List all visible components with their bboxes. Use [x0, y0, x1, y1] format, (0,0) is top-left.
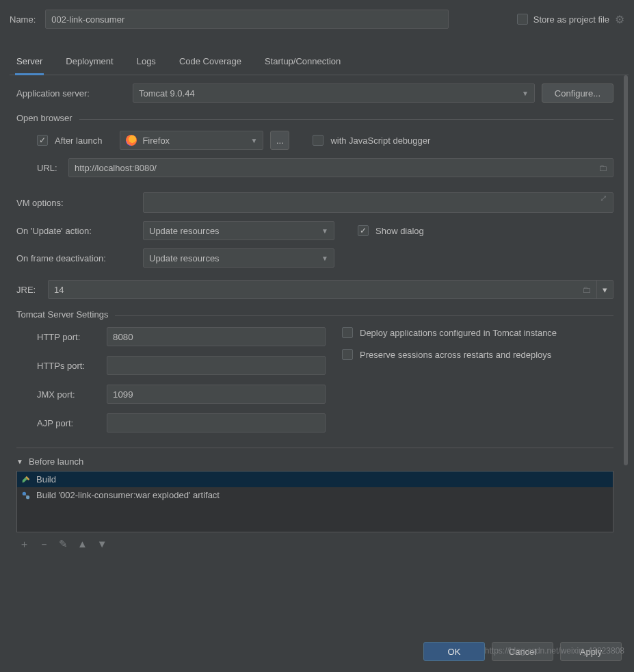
js-debugger-label: with JavaScript debugger [330, 135, 430, 146]
folder-icon[interactable]: 🗀 [598, 163, 607, 173]
tab-deployment[interactable]: Deployment [64, 51, 114, 75]
ajp-port-label: AJP port: [37, 418, 100, 428]
tomcat-settings-legend: Tomcat Server Settings [16, 309, 115, 320]
url-input[interactable]: http://localhost:8080/ 🗀 [68, 158, 613, 177]
apply-button[interactable]: Apply [560, 642, 622, 661]
vm-options-input[interactable]: ⤢ [143, 192, 613, 213]
on-frame-deactivation-select[interactable]: Update resources ▼ [143, 248, 334, 268]
store-as-project-label: Store as project file [533, 14, 609, 25]
add-icon[interactable]: ＋ [19, 538, 29, 551]
chevron-down-icon[interactable]: ▾ [596, 281, 613, 298]
edit-icon[interactable]: ✎ [59, 538, 68, 551]
app-server-label: Application server: [16, 88, 126, 99]
configure-button[interactable]: Configure... [542, 83, 613, 103]
app-server-select[interactable]: Tomcat 9.0.44 ▼ [133, 83, 535, 103]
preserve-sessions-label: Preserve sessions across restarts and re… [360, 350, 551, 360]
js-debugger-checkbox[interactable] [313, 135, 323, 146]
open-browser-legend: Open browser [16, 113, 79, 123]
tab-startup-connection[interactable]: Startup/Connection [263, 51, 342, 75]
deploy-apps-checkbox[interactable] [342, 327, 353, 338]
name-input[interactable] [45, 10, 449, 29]
name-label: Name: [10, 14, 36, 25]
move-up-icon[interactable]: ▲ [77, 538, 88, 551]
before-launch-label: Before launch [29, 456, 83, 467]
cancel-button[interactable]: Cancel [492, 642, 553, 661]
after-launch-checkbox[interactable] [37, 135, 48, 146]
deploy-apps-label: Deploy applications configured in Tomcat… [360, 328, 557, 338]
before-launch-list[interactable]: Build Build '002-link-consumer:war explo… [16, 471, 613, 532]
chevron-down-icon: ▼ [250, 137, 257, 144]
show-dialog-checkbox[interactable] [358, 225, 369, 236]
http-port-input[interactable] [107, 327, 326, 346]
url-value: http://localhost:8080/ [75, 163, 157, 173]
ok-button[interactable]: OK [423, 642, 485, 661]
url-label: URL: [37, 163, 62, 173]
jmx-port-label: JMX port: [37, 389, 100, 400]
browser-select[interactable]: Firefox ▼ [120, 131, 263, 150]
artifact-icon [21, 491, 31, 500]
preserve-sessions-checkbox[interactable] [342, 349, 353, 360]
before-launch-item[interactable]: Build '002-link-consumer:war exploded' a… [17, 487, 613, 503]
browser-ellipsis-button[interactable]: ... [270, 131, 289, 150]
https-port-input[interactable] [107, 356, 326, 375]
hammer-icon [21, 475, 31, 484]
before-launch-toolbar: ＋ － ✎ ▲ ▼ [16, 532, 613, 556]
folder-icon[interactable]: 🗀 [582, 285, 591, 295]
before-launch-item-label: Build '002-link-consumer:war exploded' a… [36, 490, 220, 500]
before-launch-item-label: Build [36, 474, 56, 484]
jmx-port-input[interactable] [107, 385, 326, 404]
tab-logs[interactable]: Logs [135, 51, 157, 75]
store-as-project-checkbox[interactable] [517, 14, 528, 25]
chevron-down-icon: ▼ [321, 227, 328, 235]
ajp-port-input[interactable] [107, 413, 326, 432]
on-update-select[interactable]: Update resources ▼ [143, 221, 334, 240]
jre-value: 14 [54, 285, 64, 295]
on-update-label: On 'Update' action: [16, 226, 136, 236]
tab-server[interactable]: Server [15, 51, 44, 75]
before-launch-header[interactable]: ▼ Before launch [16, 452, 613, 471]
vertical-scrollbar[interactable] [623, 75, 629, 632]
collapse-icon: ▼ [16, 458, 23, 465]
firefox-icon [126, 135, 137, 146]
show-dialog-label: Show dialog [375, 226, 424, 236]
remove-icon[interactable]: － [39, 538, 49, 551]
http-port-label: HTTP port: [37, 332, 100, 342]
before-launch-item[interactable]: Build [17, 471, 613, 487]
jre-label: JRE: [16, 285, 41, 295]
browser-value: Firefox [142, 135, 170, 146]
app-server-value: Tomcat 9.0.44 [139, 88, 195, 99]
move-down-icon[interactable]: ▼ [97, 538, 107, 551]
tab-code-coverage[interactable]: Code Coverage [178, 51, 243, 75]
after-launch-label: After launch [55, 135, 102, 146]
chevron-down-icon: ▼ [321, 255, 328, 262]
gear-icon[interactable]: ⚙ [615, 13, 624, 26]
jre-select[interactable]: 14 🗀 ▾ [48, 280, 613, 299]
on-frame-deactivation-label: On frame deactivation: [16, 253, 136, 263]
on-update-value: Update resources [149, 226, 220, 236]
expand-icon[interactable]: ⤢ [600, 193, 607, 203]
tab-bar: Server Deployment Logs Code Coverage Sta… [10, 51, 629, 75]
vm-options-label: VM options: [16, 198, 136, 208]
https-port-label: HTTPs port: [37, 361, 100, 371]
chevron-down-icon: ▼ [522, 90, 529, 97]
on-frame-deactivation-value: Update resources [149, 253, 220, 263]
